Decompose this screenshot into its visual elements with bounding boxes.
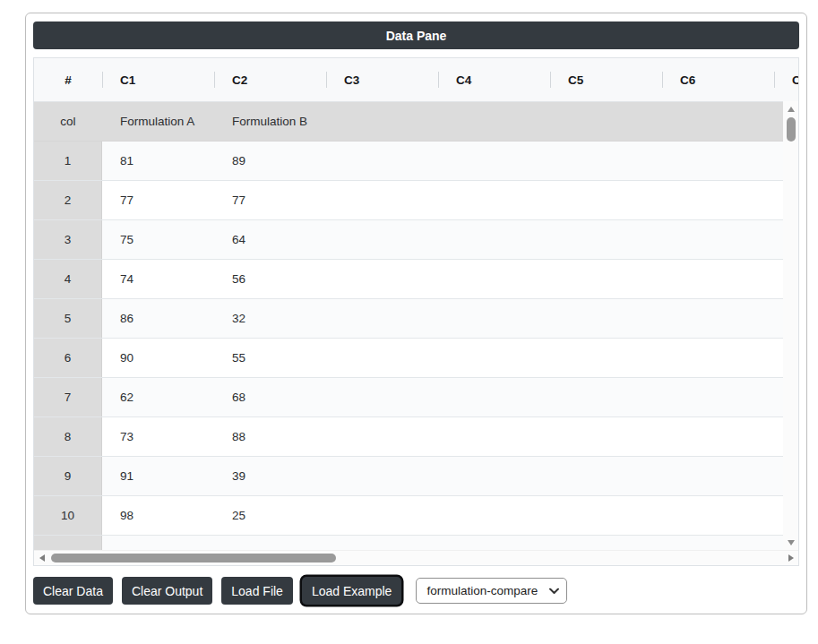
load-file-button[interactable]: Load File [221, 577, 293, 605]
row-number-cell[interactable]: 3 [34, 220, 102, 259]
column-header-c1[interactable]: C1 [102, 58, 214, 101]
down-arrow-icon [788, 540, 795, 545]
data-cell[interactable]: 88 [214, 417, 326, 456]
table-row: 87388 [34, 417, 798, 457]
grid-header-row: #C1C2C3C4C5C6C7 [34, 58, 798, 102]
column-header-c4[interactable]: C4 [438, 58, 550, 101]
column-header-c2[interactable]: C2 [214, 58, 326, 101]
row-number-cell[interactable]: 10 [34, 496, 102, 535]
data-cell[interactable]: 89 [214, 142, 326, 180]
row-number-cell[interactable]: 5 [34, 299, 102, 338]
data-cell[interactable]: 56 [214, 260, 326, 298]
data-cell[interactable]: 32 [214, 299, 326, 338]
row-number-cell[interactable]: 8 [34, 417, 102, 456]
column-label-cell[interactable]: Formulation A [102, 102, 214, 141]
data-cell[interactable]: 73 [102, 417, 214, 456]
column-header-c3[interactable]: C3 [326, 58, 438, 101]
row-number-cell[interactable]: 1 [34, 142, 102, 180]
data-cell[interactable]: 81 [102, 142, 214, 180]
table-row: 76268 [34, 378, 798, 417]
column-header-c6[interactable]: C6 [662, 58, 774, 101]
load-example-button[interactable]: Load Example [302, 577, 402, 605]
scroll-down-button[interactable] [783, 535, 798, 550]
row-index-header[interactable]: # [34, 58, 102, 101]
horizontal-scrollbar[interactable] [34, 550, 798, 565]
column-label-cell[interactable]: Formulation B [214, 102, 326, 141]
data-cell[interactable]: 75 [102, 220, 214, 259]
data-cell[interactable]: 74 [102, 260, 214, 298]
panel-title: Data Pane [33, 21, 799, 49]
grid-body: colFormulation AFormulation B18189277773… [34, 102, 798, 566]
row-number-cell[interactable]: 2 [34, 181, 102, 219]
scroll-up-button[interactable] [783, 101, 798, 116]
data-cell[interactable]: 77 [214, 181, 326, 219]
data-cell[interactable]: 77 [102, 181, 214, 219]
scroll-left-button[interactable] [34, 551, 49, 566]
data-cell[interactable]: 98 [102, 496, 214, 535]
right-arrow-icon [788, 554, 794, 562]
horizontal-scroll-thumb[interactable] [51, 554, 336, 562]
column-header-c7[interactable]: C7 [774, 58, 799, 101]
data-cell[interactable]: 86 [102, 299, 214, 338]
toolbar: Clear Data Clear Output Load File Load E… [33, 577, 799, 605]
data-pane-panel: Data Pane #C1C2C3C4C5C6C7 colFormulation… [25, 13, 807, 614]
data-cell[interactable]: 39 [214, 457, 326, 495]
clear-data-button[interactable]: Clear Data [33, 577, 113, 605]
clear-output-button[interactable]: Clear Output [122, 577, 212, 605]
example-select[interactable]: formulation-compare [416, 578, 567, 604]
row-number-cell[interactable]: 6 [34, 339, 102, 377]
data-cell[interactable]: 55 [214, 339, 326, 377]
vertical-scrollbar[interactable] [783, 101, 798, 550]
row-number-cell[interactable]: 4 [34, 260, 102, 298]
column-header-c5[interactable]: C5 [550, 58, 662, 101]
data-cell[interactable]: 90 [102, 339, 214, 377]
data-cell[interactable]: 64 [214, 220, 326, 259]
example-select-wrap: formulation-compare [416, 578, 567, 604]
table-row: 47456 [34, 260, 798, 299]
row-number-cell[interactable]: 9 [34, 457, 102, 495]
table-row: 69055 [34, 339, 798, 378]
column-label-row: colFormulation AFormulation B [34, 102, 798, 142]
table-row: 27777 [34, 181, 798, 220]
vertical-scroll-thumb[interactable] [787, 117, 796, 142]
scroll-right-button[interactable] [783, 551, 798, 566]
data-cell[interactable]: 62 [102, 378, 214, 416]
data-cell[interactable]: 68 [214, 378, 326, 416]
up-arrow-icon [788, 107, 795, 112]
row-number-cell[interactable]: 7 [34, 378, 102, 416]
data-cell[interactable]: 25 [214, 496, 326, 535]
table-row: 109825 [34, 496, 798, 536]
data-grid: #C1C2C3C4C5C6C7 colFormulation AFormulat… [33, 57, 799, 566]
table-row: 18189 [34, 142, 798, 181]
table-row: 58632 [34, 299, 798, 339]
data-cell[interactable]: 91 [102, 457, 214, 495]
left-arrow-icon [39, 554, 45, 562]
table-row: 37564 [34, 220, 798, 260]
row-label-cell[interactable]: col [34, 102, 102, 141]
table-row: 99139 [34, 457, 798, 496]
